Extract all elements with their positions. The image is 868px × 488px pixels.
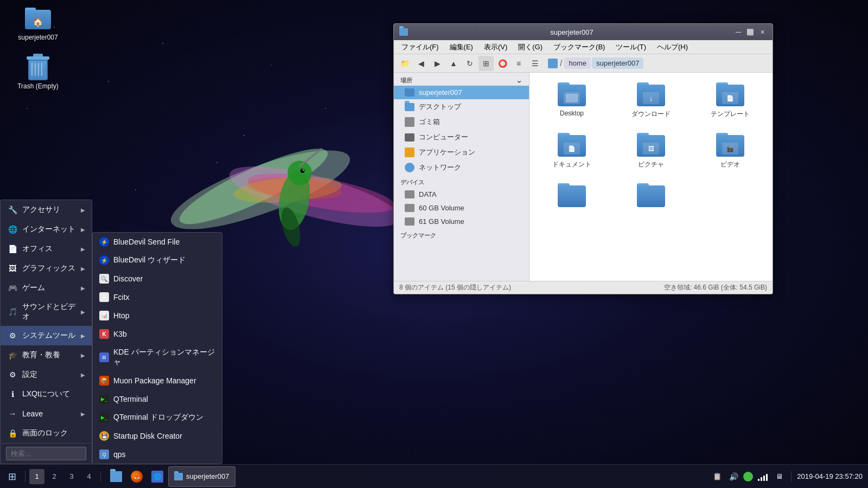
desktop-icon-trash[interactable]: Trash (Empty)	[16, 54, 60, 90]
fm-sidebar-trash[interactable]: ゴミ箱	[394, 114, 529, 130]
submenu-item-10[interactable]: 💾 Startup Disk Creator	[93, 427, 222, 445]
fm-up-btn[interactable]: ▲	[446, 56, 461, 71]
taskbar-app-label: superjeter007	[186, 472, 229, 480]
fm-sidebar-apps[interactable]: アプリケーション	[394, 145, 529, 160]
submenu-item-9[interactable]: ▶_ QTerminal ドロップダウン	[93, 408, 222, 427]
fm-slash: /	[560, 59, 562, 68]
taskbar-files-pin[interactable]	[106, 467, 126, 486]
fm-menu-view[interactable]: 表示(V)	[480, 41, 512, 53]
tray-network[interactable]: 🖥	[773, 470, 786, 483]
submenu-item-1[interactable]: ⚡ BlueDevil ウィザード	[93, 251, 222, 269]
start-menu-item-7[interactable]: 🎓 教育・教養 ▶	[1, 345, 92, 365]
fm-detail-btn[interactable]: ☰	[527, 56, 542, 71]
fm-menu-open[interactable]: 開く(G)	[514, 41, 547, 53]
start-menu-item-1[interactable]: 🌐 インターネット ▶	[1, 220, 92, 239]
submenu-item-7[interactable]: 📦 Muon Package Manager	[93, 371, 222, 390]
fm-sidebar-home[interactable]: superjeter007	[394, 86, 529, 99]
fm-sidebar-60gb[interactable]: 60 GB Volume	[394, 201, 529, 215]
taskbar-firefox-pin[interactable]: 🦊	[127, 467, 146, 486]
start-menu-item-10[interactable]: → Leave ▶	[1, 404, 92, 423]
start-menu-item-8[interactable]: ⚙ 設定 ▶	[1, 365, 92, 384]
fm-refresh-btn[interactable]: ↻	[462, 56, 477, 71]
fm-grid-view-btn[interactable]: ⊞	[478, 56, 494, 71]
submenu-label-1: BlueDevil ウィザード	[113, 255, 186, 265]
desktop-icon-home[interactable]: 🏠 superjeter007	[16, 5, 60, 41]
folder-icon-7	[637, 183, 665, 207]
start-menu-item-11[interactable]: 🔒 画面のロック	[1, 423, 92, 443]
tray-network-connected[interactable]	[743, 472, 753, 481]
fm-list-view-btn[interactable]: ≡	[511, 56, 526, 71]
fm-sidebar-desktop[interactable]: デスクトップ	[394, 99, 529, 114]
submenu-label-0: BlueDevil Send File	[113, 237, 180, 246]
fm-file-item-6[interactable]	[535, 179, 609, 215]
start-menu-item-6[interactable]: ⚙ システムツール ▶	[1, 326, 92, 345]
fm-sidebar-data[interactable]: DATA	[394, 188, 529, 201]
start-menu-item-4[interactable]: 🎮 ゲーム ▶	[1, 278, 92, 298]
start-menu-item-5[interactable]: 🎵 サウンドとビデオ ▶	[1, 298, 92, 326]
fm-file-item-ピクチャ[interactable]: 🖼 ピクチャ	[614, 129, 688, 174]
menu-label-10: Leave	[22, 409, 43, 418]
submenu-item-11[interactable]: Q qps	[93, 445, 222, 464]
submenu-item-0[interactable]: ⚡ BlueDevil Send File	[93, 233, 222, 251]
fm-bookmarks-header[interactable]: ブックマーク	[394, 228, 529, 241]
fm-menu-tools[interactable]: ツール(T)	[611, 41, 650, 53]
workspace-2[interactable]: 2	[47, 469, 62, 484]
tray-wifi[interactable]	[756, 470, 769, 483]
submenu-label-10: Startup Disk Creator	[113, 432, 182, 440]
fm-sidebar-desktop-icon	[405, 103, 414, 111]
submenu-item-3[interactable]: あ Fcitx	[93, 288, 222, 306]
fm-new-folder-btn[interactable]: 📁	[397, 56, 412, 71]
fm-menu-edit[interactable]: 編集(E)	[445, 41, 477, 53]
fm-sidebar-network[interactable]: ネットワーク	[394, 160, 529, 175]
folder-icon-6	[558, 183, 586, 207]
fm-minimize-btn[interactable]: ─	[733, 27, 743, 37]
submenu-item-2[interactable]: 🔍 Discover	[93, 269, 222, 288]
clock[interactable]: 2019-04-19 23:57:20	[797, 472, 863, 480]
fm-breadcrumb: / home superjeter007	[548, 57, 643, 69]
submenu-item-8[interactable]: ▶_ QTerminal	[93, 390, 222, 408]
fm-sidebar-61gb-icon	[405, 217, 414, 226]
file-label-テンプレート: テンプレート	[711, 110, 750, 119]
taskbar-browser-pin[interactable]: 🌐	[148, 467, 167, 486]
fm-sidebar-61gb[interactable]: 61 GB Volume	[394, 215, 529, 228]
workspace-3[interactable]: 3	[64, 469, 79, 484]
start-menu-item-2[interactable]: 📄 オフィス ▶	[1, 239, 92, 259]
submenu-label-5: K3b	[113, 330, 127, 338]
workspace-1[interactable]: 1	[29, 469, 44, 484]
start-menu-item-3[interactable]: 🖼 グラフィックス ▶	[1, 259, 92, 278]
fm-file-item-テンプレート[interactable]: 📄 テンプレート	[693, 78, 767, 123]
menu-arrow-2: ▶	[81, 246, 85, 252]
tray-icon-1[interactable]: 📋	[711, 470, 724, 483]
fm-places-header[interactable]: 場所 ⌄	[394, 73, 529, 86]
fm-circle-btn[interactable]: ⭕	[495, 56, 510, 71]
fm-breadcrumb-user[interactable]: superjeter007	[592, 57, 644, 69]
fm-maximize-btn[interactable]: ⬜	[745, 27, 755, 37]
menu-icon-7: 🎓	[7, 350, 18, 361]
app-launcher-btn[interactable]: ⊞	[2, 467, 22, 486]
fm-file-item-Desktop[interactable]: Desktop	[535, 78, 609, 123]
fm-breadcrumb-home[interactable]: home	[564, 57, 591, 69]
start-menu-item-9[interactable]: ℹ LXQtについて	[1, 384, 92, 404]
submenu-item-4[interactable]: 📊 Htop	[93, 306, 222, 325]
fm-back-btn[interactable]: ◀	[413, 56, 429, 71]
submenu-item-6[interactable]: ⊞ KDE パーティションマネージャ	[93, 343, 222, 371]
fm-menu-help[interactable]: ヘルプ(H)	[653, 41, 692, 53]
fm-menu-file[interactable]: ファイル(F)	[397, 41, 443, 53]
fm-forward-btn[interactable]: ▶	[430, 56, 445, 71]
fm-file-item-ドキュメント[interactable]: 📄 ドキュメント	[535, 129, 609, 174]
fm-file-item-7[interactable]	[614, 179, 688, 215]
tray-volume[interactable]: 🔊	[727, 470, 740, 483]
fm-devices-header[interactable]: デバイス	[394, 175, 529, 188]
fm-file-item-ダウンロード[interactable]: ↓ ダウンロード	[614, 78, 688, 123]
fm-sidebar-trash-icon	[405, 117, 414, 127]
start-menu-item-0[interactable]: 🔧 アクセサリ ▶	[1, 200, 92, 220]
start-search-input[interactable]	[6, 447, 86, 460]
fm-file-item-ビデオ[interactable]: 🎬 ビデオ	[693, 129, 767, 174]
workspace-4[interactable]: 4	[81, 469, 97, 484]
submenu-label-11: qps	[113, 450, 126, 459]
fm-sidebar-computer[interactable]: コンピューター	[394, 130, 529, 145]
submenu-item-5[interactable]: K K3b	[93, 325, 222, 343]
taskbar-app-filemanager[interactable]: superjeter007	[168, 466, 235, 487]
fm-menu-bookmarks[interactable]: ブックマーク(B)	[549, 41, 609, 53]
fm-close-btn[interactable]: ✕	[757, 27, 767, 37]
